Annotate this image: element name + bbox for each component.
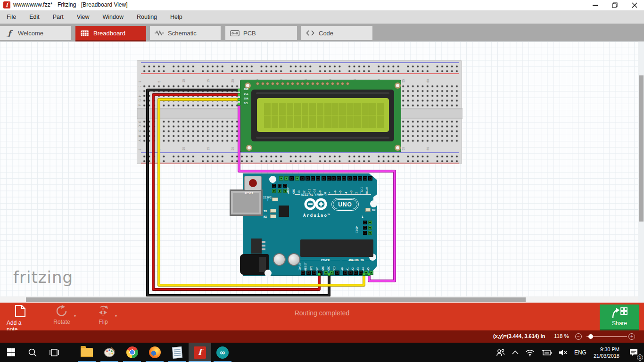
vertical-scroll-thumb[interactable] [639,75,644,222]
lcd-top-pin[interactable] [301,82,304,85]
digital-pin[interactable] [358,176,362,181]
zoom-in-button[interactable]: + [628,333,635,340]
analog-pin[interactable] [348,271,353,275]
power-pin[interactable] [312,271,316,275]
lcd-top-pin[interactable] [316,82,319,85]
icsp2-pin[interactable] [272,189,276,193]
lcd-top-pin[interactable] [346,82,349,85]
tab-breadboard[interactable]: Breadboard [75,26,146,40]
action-center-button[interactable]: 1 [623,343,644,362]
icsp2-pin[interactable] [283,189,287,193]
digital-pin[interactable] [279,176,283,181]
analog-pin[interactable] [369,271,373,275]
analog-pin[interactable] [354,271,358,275]
lcd-top-pin[interactable] [341,82,344,85]
digital-pin[interactable] [284,176,289,181]
lcd-top-pin[interactable] [291,82,294,85]
menu-window[interactable]: Window [96,10,130,24]
digital-pin[interactable] [316,176,320,181]
tab-code[interactable]: Code [301,26,372,40]
tab-schematic[interactable]: Schematic [150,26,221,40]
digital-pin[interactable] [300,176,305,181]
analog-pin[interactable] [359,271,363,275]
lcd-top-pin[interactable] [321,82,324,85]
digital-pin[interactable] [353,176,357,181]
power-pin[interactable] [335,271,339,275]
lcd-top-pin[interactable] [271,82,274,85]
icsp-pin[interactable] [368,231,372,235]
digital-pin[interactable] [289,176,294,181]
lcd-top-pin[interactable] [266,82,269,85]
digital-pin[interactable] [342,176,346,181]
restore-button[interactable] [605,0,624,10]
icsp2-pin[interactable] [272,184,276,188]
icsp-pin[interactable] [368,226,372,230]
battery-button[interactable] [538,343,555,362]
icsp2-pin[interactable] [283,184,287,188]
horizontal-scrollbar[interactable] [0,296,638,303]
lcd-top-pin[interactable] [331,82,334,85]
rotate-dropdown-icon[interactable]: ▾ [74,314,76,318]
digital-pin[interactable] [368,176,372,181]
analog-pin[interactable] [343,271,347,275]
clock[interactable]: 9:30 PM 21/03/2018 [590,346,623,359]
show-hidden-icons-button[interactable] [509,343,522,362]
minimize-button[interactable] [586,0,604,10]
power-pin[interactable] [301,271,305,275]
digital-pin[interactable] [347,176,352,181]
zoom-out-button[interactable]: − [575,333,582,340]
arduino-uno-part[interactable]: RESET L TX RX ON UNO Arduino™ DIGITAL (P… [243,173,377,276]
volume-button[interactable] [555,343,571,362]
icsp2-pin[interactable] [278,189,281,193]
rotate-button[interactable]: ▾ Rotate [50,304,74,325]
task-view-button[interactable] [43,343,65,362]
menu-help[interactable]: Help [164,10,189,24]
vertical-scrollbar[interactable] [638,41,644,303]
menu-edit[interactable]: Edit [23,10,46,24]
search-button[interactable] [22,343,43,362]
notepad-button[interactable] [166,343,189,362]
digital-pin[interactable] [363,176,367,181]
breadboard-canvas[interactable]: fritzing 1155101015152020252530303535404… [0,41,644,303]
icsp-pin[interactable] [363,231,367,235]
digital-pin[interactable] [311,176,315,181]
share-button[interactable]: Share [600,304,639,329]
add-note-button[interactable]: Add a note [7,304,34,333]
fritzing-taskbar-button[interactable]: f [189,343,211,362]
language-indicator[interactable]: ENG [571,343,590,362]
lcd-top-pin[interactable] [261,82,264,85]
zoom-level[interactable]: 118 % [554,333,569,339]
power-pin[interactable] [306,271,311,275]
analog-pin[interactable] [364,271,368,275]
icsp-pin[interactable] [363,226,367,230]
lcd-top-pin[interactable] [306,82,309,85]
wifi-button[interactable] [522,343,538,362]
icsp-pin[interactable] [363,221,367,224]
start-button[interactable] [0,343,22,362]
power-rail-bottom[interactable] [142,154,459,163]
lcd-top-pin[interactable] [276,82,279,85]
digital-pin[interactable] [337,176,341,181]
menu-part[interactable]: Part [46,10,70,24]
icsp2-pin[interactable] [278,184,281,188]
power-pin[interactable] [318,271,322,275]
lcd-top-pin[interactable] [336,82,339,85]
power-pin[interactable] [330,271,334,275]
icsp-pin[interactable] [368,221,372,224]
zoom-slider-knob[interactable] [588,334,593,339]
menu-routing[interactable]: Routing [130,10,164,24]
lcd-top-pin[interactable] [326,82,329,85]
arduino-ide-button[interactable]: ∞ [211,343,234,362]
lcd-top-pin[interactable] [286,82,289,85]
digital-pin[interactable] [305,176,310,181]
close-button[interactable] [625,0,644,10]
lcd-top-pin[interactable] [296,82,299,85]
menu-view[interactable]: View [70,10,96,24]
paint-button[interactable] [98,343,121,362]
lcd-top-pin[interactable] [281,82,284,85]
digital-pin[interactable] [295,176,299,181]
power-rail-top[interactable] [142,64,459,73]
tab-pcb[interactable]: PCB [225,26,297,40]
file-explorer-button[interactable] [75,343,98,362]
flip-dropdown-icon[interactable]: ▾ [115,314,117,318]
